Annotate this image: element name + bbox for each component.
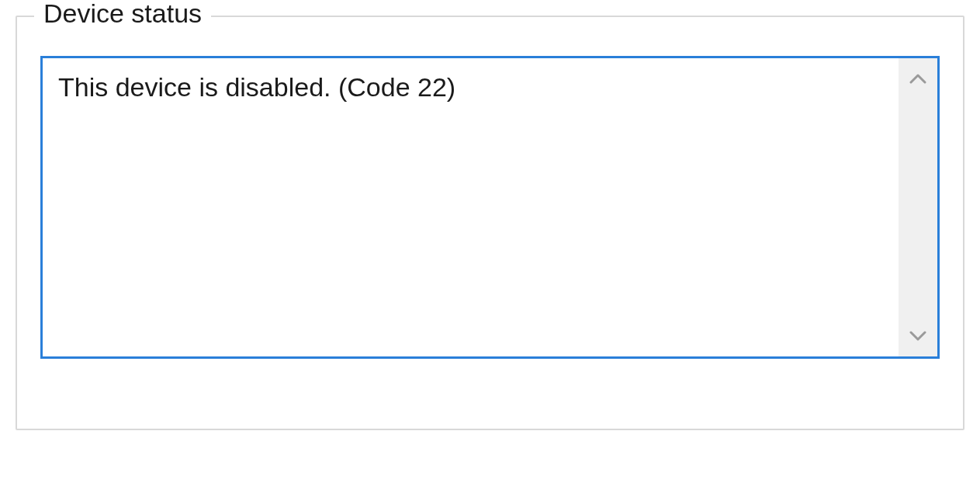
scroll-down-button[interactable]: [909, 327, 927, 346]
group-legend: Device status: [34, 0, 211, 29]
device-status-textbox[interactable]: This device is disabled. (Code 22): [40, 56, 940, 359]
device-status-group: Device status This device is disabled. (…: [16, 16, 964, 430]
scroll-up-button[interactable]: [909, 69, 927, 88]
device-status-message: This device is disabled. (Code 22): [43, 58, 899, 356]
chevron-up-icon: [909, 73, 926, 84]
chevron-down-icon: [909, 331, 926, 342]
scrollbar[interactable]: [899, 58, 937, 356]
